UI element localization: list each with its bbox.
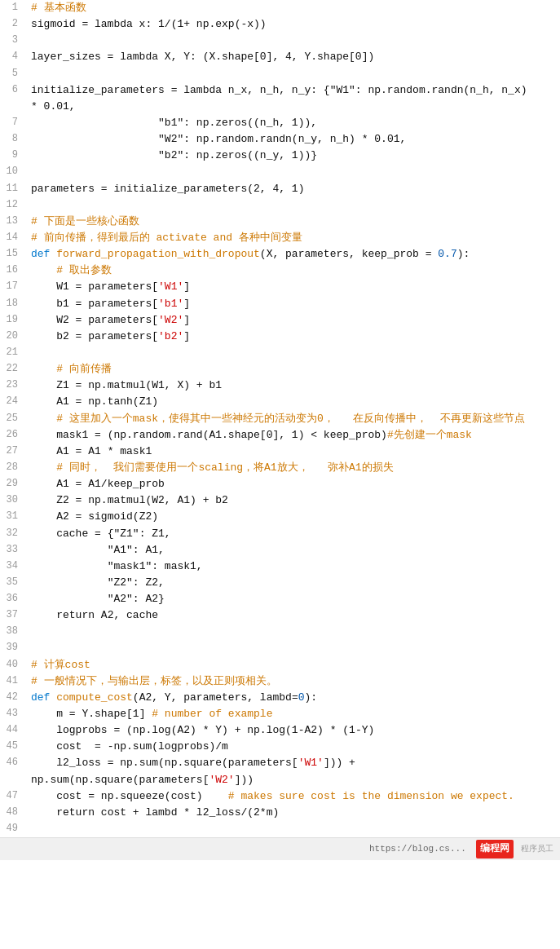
code-token: (X, parameters, keep_prob =	[260, 248, 438, 260]
code-token: sigmoid = lambda x: 1/(1+ np.exp(-x))	[31, 18, 267, 30]
line-number: 3	[0, 33, 26, 49]
line-number: 2	[0, 16, 26, 33]
line-code: # 基本函数	[26, 0, 560, 16]
code-token: layer_sizes = lambda X, Y: (X.shape[0], …	[31, 51, 374, 63]
code-token: Z2 = np.matmul(W2, A1) + b2	[31, 494, 228, 506]
line-code: # 计算cost	[26, 657, 560, 673]
line-code: # 同时， 我们需要使用一个scaling，将A1放大， 弥补A1的损失	[26, 460, 560, 476]
code-token: A1 = np.tanh(Z1)	[31, 395, 158, 408]
line-code	[26, 66, 560, 82]
line-number: 12	[0, 197, 26, 214]
table-row: 33 "A1": A1,	[0, 542, 560, 558]
table-row: 11parameters = initialize_parameters(2, …	[0, 181, 560, 197]
table-row: 48 return cost + lambd * l2_loss/(2*m)	[0, 805, 560, 821]
footer-bar: https://blog.cs... 编程网 程序员工	[0, 837, 560, 860]
code-token: # makes sure cost is the dimension we ex…	[228, 790, 514, 802]
line-number: 8	[0, 131, 26, 148]
code-token: ])) +	[324, 757, 355, 769]
line-number: 47	[0, 788, 26, 805]
line-code: # 这里加入一个mask，使得其中一些神经元的活动变为0， 在反向传播中， 不再…	[26, 411, 560, 427]
line-number: 33	[0, 542, 26, 558]
table-row: 22 # 向前传播	[0, 361, 560, 377]
line-number: 19	[0, 312, 26, 329]
line-code: "A2": A2}	[26, 591, 560, 607]
table-row: 15def forward_propagation_with_dropout(X…	[0, 246, 560, 263]
code-token: compute_cost	[56, 691, 133, 704]
line-code: initialize_parameters = lambda n_x, n_h,…	[26, 82, 560, 99]
table-row: 25 # 这里加入一个mask，使得其中一些神经元的活动变为0， 在反向传播中，…	[0, 411, 560, 427]
line-code	[26, 821, 560, 837]
code-token: ]	[183, 280, 190, 293]
line-number: 30	[0, 492, 26, 509]
line-number: 27	[0, 444, 26, 460]
line-code: "mask1": mask1,	[26, 558, 560, 575]
code-token: (A2, Y, parameters, lambd=	[133, 691, 298, 704]
table-row: 19 W2 = parameters['W2']	[0, 312, 560, 329]
line-code: W1 = parameters['W1']	[26, 279, 560, 295]
line-number: 28	[0, 460, 26, 476]
code-token: initialize_parameters = lambda n_x, n_h,…	[31, 84, 527, 96]
code-token: return cost + lambd * l2_loss/(2*m)	[31, 806, 279, 819]
line-number: 35	[0, 575, 26, 591]
code-token: "A1": A1,	[31, 544, 165, 556]
table-row: 46 l2_loss = np.sum(np.square(parameters…	[0, 755, 560, 771]
code-token: A1 = A1 * mask1	[31, 445, 152, 457]
table-row: 27 A1 = A1 * mask1	[0, 444, 560, 460]
line-number: 43	[0, 706, 26, 722]
table-row: 34 "mask1": mask1,	[0, 558, 560, 575]
code-token: # 向前传播	[31, 363, 112, 375]
line-number: 37	[0, 607, 26, 624]
table-row: 14# 前向传播，得到最后的 activate and 各种中间变量	[0, 230, 560, 246]
table-row: 2sigmoid = lambda x: 1/(1+ np.exp(-x))	[0, 16, 560, 33]
sub-logo-text: 程序员工	[521, 845, 553, 854]
line-number: 25	[0, 411, 26, 427]
line-code	[26, 640, 560, 656]
code-token: # 取出参数	[31, 264, 112, 276]
line-code: mask1 = (np.random.rand(A1.shape[0], 1) …	[26, 427, 560, 444]
line-number: 24	[0, 394, 26, 410]
line-number: 40	[0, 657, 26, 673]
line-code: # 取出参数	[26, 263, 560, 279]
line-number	[0, 99, 26, 115]
table-row: 40# 计算cost	[0, 657, 560, 673]
code-token: # 这里加入一个mask，使得其中一些神经元的活动变为0， 在反向传播中， 不再…	[31, 413, 525, 425]
line-number: 36	[0, 591, 26, 607]
line-number: 6	[0, 82, 26, 99]
line-code: logprobs = (np.log(A2) * Y) + np.log(1-A…	[26, 722, 560, 739]
code-token: 0	[298, 691, 305, 704]
table-row: 44 logprobs = (np.log(A2) * Y) + np.log(…	[0, 722, 560, 739]
code-token: ):	[305, 691, 318, 704]
code-token: cache = {"Z1": Z1,	[31, 527, 171, 540]
code-token: ]))	[235, 774, 254, 786]
line-code: return A2, cache	[26, 607, 560, 624]
code-token: ):	[457, 248, 470, 260]
table-row: 21	[0, 345, 560, 361]
table-row: 38	[0, 624, 560, 640]
table-row: 37 return A2, cache	[0, 607, 560, 624]
line-code	[26, 164, 560, 180]
line-number: 7	[0, 115, 26, 131]
table-row: 36 "A2": A2}	[0, 591, 560, 607]
line-number: 20	[0, 329, 26, 345]
code-token: # 同时， 我们需要使用一个scaling，将A1放大， 弥补A1的损失	[31, 461, 394, 474]
code-token: ]	[183, 330, 190, 342]
line-number: 18	[0, 296, 26, 312]
table-row: 49	[0, 821, 560, 837]
table-row: 42def compute_cost(A2, Y, parameters, la…	[0, 690, 560, 706]
line-number: 29	[0, 476, 26, 492]
code-token: ]	[183, 314, 190, 326]
line-code	[26, 624, 560, 640]
code-token: 'b2'	[158, 330, 183, 342]
line-number: 17	[0, 279, 26, 295]
table-row: 29 A1 = A1/keep_prob	[0, 476, 560, 492]
line-code	[26, 345, 560, 361]
code-token: A2 = sigmoid(Z2)	[31, 510, 158, 523]
code-token: "b2": np.zeros((n_y, 1))}	[31, 149, 317, 161]
code-token: cost	[65, 659, 90, 671]
line-code: "b2": np.zeros((n_y, 1))}	[26, 148, 560, 164]
table-row: * 0.01,	[0, 99, 560, 115]
code-token: # 计算	[31, 659, 65, 671]
logo-text: 编程网	[480, 841, 509, 857]
line-number: 32	[0, 526, 26, 542]
table-row: 8 "W2": np.random.randn(n_y, n_h) * 0.01…	[0, 131, 560, 148]
